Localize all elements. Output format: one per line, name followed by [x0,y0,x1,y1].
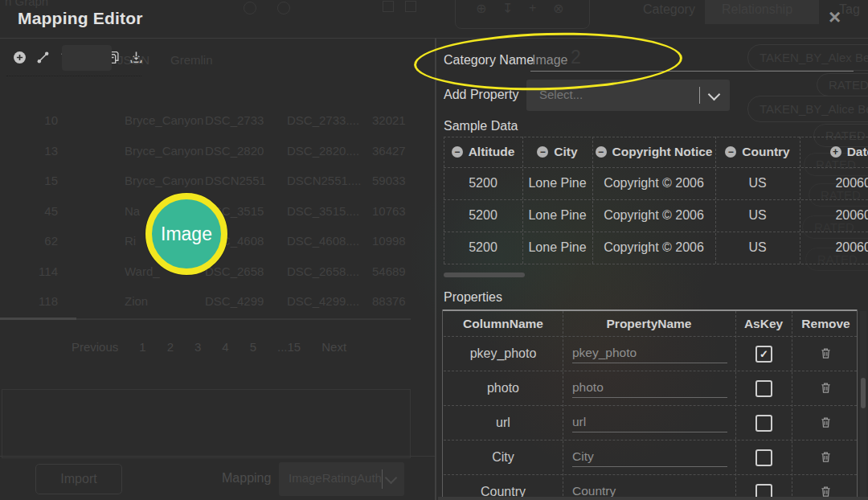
table-cell: DSC_4608.... [287,234,359,248]
property-name-input[interactable]: photo [572,380,604,395]
pagination-page[interactable]: 4 [222,340,228,354]
category-name-input[interactable]: Image [532,53,567,68]
remove-trash-icon[interactable] [818,345,834,361]
table-cell: 45 [24,204,58,218]
plus-circle-icon[interactable]: + [830,146,841,158]
table-row[interactable]: 114Ward_DSC_2658DSC_2658....54689 [0,264,435,282]
table-cell: DSC_4299 [205,294,264,308]
minus-circle-icon[interactable]: − [452,146,463,158]
background-tab-relationship: Relationship [722,2,792,17]
table-cell: 13 [24,144,58,158]
mapping-editor-dialog: n Graph ⊕ ↧ + ⊗ Category Relationship Ta… [0,0,868,500]
link-edge-icon[interactable] [36,51,50,64]
add-property-label: Add Property [444,88,518,102]
property-column-name: url [444,405,563,440]
background-tab-json: JSON [117,53,149,67]
pagination-overflow[interactable]: ...15 [277,340,301,354]
minus-circle-icon[interactable]: − [596,146,607,158]
table-row[interactable]: 13Bryce_CanyonDSC_2820DSC_2820....36427 [0,144,435,162]
sample-cell: 20060406 [800,167,868,199]
sample-column-header[interactable]: −Altitude [444,137,522,167]
background-node-count: 2 [571,47,581,68]
properties-column-header: Remove [792,311,860,336]
pagination-page[interactable]: 3 [194,340,201,354]
sample-cell: 5200 [444,232,522,264]
add-icon[interactable] [13,51,27,64]
askey-checkbox[interactable]: ✓ [755,346,772,363]
properties-column-header: ColumnName [444,311,563,336]
table-cell: Na [125,204,140,218]
table-cell: 10 [24,113,58,127]
table-cell: DSCN2551 [205,174,266,187]
table-row[interactable]: 15Bryce_CanyonDSCN2551DSCN2551....59033 [0,174,435,191]
property-name-input[interactable]: url [572,415,586,429]
table-grid-line [444,264,868,264]
remove-trash-icon[interactable] [818,414,834,430]
category-node-image[interactable]: Image [145,193,227,275]
sample-column-label: Date Cre [847,145,868,159]
add-property-placeholder: Select... [539,88,583,101]
sample-cell: Lone Pine [522,232,592,264]
horizontal-scrollbar-thumb[interactable] [0,318,76,320]
pagination-next[interactable]: Next [321,340,346,354]
sample-cell: 5200 [444,199,522,232]
pagination-page[interactable]: 5 [250,340,256,354]
mapping-select[interactable]: ImageRatingAuthor [279,462,404,496]
close-icon[interactable]: × [829,5,841,29]
mapping-select-value: ImageRatingAuthor [289,471,381,485]
table-cell: DSC_2820.... [287,144,359,158]
table-cell: Ward_ [125,264,160,278]
table-cell: 15 [24,174,58,187]
minus-circle-icon[interactable]: − [725,146,736,158]
properties-table-left-border [442,309,443,500]
background-pill: TAKEN_BY_Alex Ber [747,44,868,71]
add-property-select[interactable]: Select... [526,80,730,111]
vertical-scrollbar-thumb[interactable] [861,378,866,408]
dialog-title: Mapping Editor [18,9,143,28]
query-box [2,389,411,458]
table-cell: 10763 [372,204,406,218]
pagination-page[interactable]: 2 [167,340,174,354]
sample-column-header[interactable]: −City [522,137,592,167]
table-cell: 62 [24,234,58,248]
sample-column-header[interactable]: +Date Cre [800,137,868,167]
chevron-down-icon [708,88,721,101]
remove-trash-icon[interactable] [818,449,834,465]
sample-column-header[interactable]: −Copyright Notice [592,137,715,167]
table-cell: 114 [24,264,58,278]
table-cell: DSC_2733 [205,113,264,127]
table-cell: DSC_3515.... [287,204,359,218]
table-cell: 36427 [372,144,406,158]
table-row[interactable]: 118ZionDSC_4299DSC_4299....88376 [0,294,435,312]
askey-checkbox[interactable] [755,380,772,397]
table-cell: DSC_2658.... [287,264,359,278]
mapping-label: Mapping [222,471,271,486]
properties-title: Properties [444,290,502,305]
table-cell: 88376 [372,294,406,308]
category-node-label: Image [161,223,212,245]
remove-trash-icon[interactable] [818,379,834,395]
property-name-input[interactable]: pkey_photo [572,346,637,360]
pagination-page[interactable]: 1 [139,340,145,354]
minus-circle-icon[interactable]: − [537,146,548,158]
askey-checkbox[interactable] [755,449,772,466]
background-tab-tag: Tag [839,2,860,17]
askey-checkbox[interactable] [755,415,772,432]
pagination-previous[interactable]: Previous [72,340,118,354]
sample-scrollbar-thumb[interactable] [444,273,525,277]
background-tab-highlight [62,45,112,71]
table-cell: DSC_2820 [205,144,264,158]
sample-cell: US [715,232,800,264]
background-close-circle-icon [244,2,256,14]
sample-cell: Copyright © 2006 [592,232,715,264]
table-row[interactable]: 10Bryce_CanyonDSC_2733DSC_2733....32021 [0,113,435,131]
toolbar-underline [6,76,141,76]
table-cell: Zion [125,294,148,308]
sample-data-title: Sample Data [444,119,518,133]
property-name-input[interactable]: City [572,449,594,464]
table-cell: DSC_2733.... [287,113,359,127]
sample-column-header[interactable]: −Country [715,137,800,167]
property-column-name: City [444,440,563,474]
import-button[interactable]: Import [35,464,122,494]
sample-column-label: Copyright Notice [612,145,713,159]
